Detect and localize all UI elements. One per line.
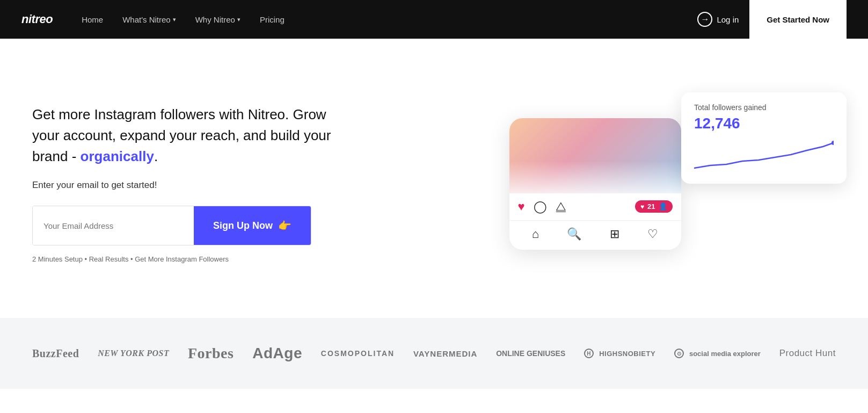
brand-highsnobiety: H HIGHSNOBIETY xyxy=(584,349,655,358)
brand-vaynermedia: VAYNERMEDIA xyxy=(413,349,477,358)
chevron-down-icon: ▾ xyxy=(173,16,176,23)
followers-card: Total followers gained 12,746 xyxy=(681,92,847,184)
nav-pricing[interactable]: Pricing xyxy=(252,11,292,28)
followers-chart xyxy=(694,139,834,171)
like-badge: ♥ 21 👤 xyxy=(635,200,673,213)
signup-button[interactable]: Sign Up Now 👉 xyxy=(194,206,311,245)
brand-social-media-explorer: ⊙ social media explorer xyxy=(674,349,761,358)
heart-icon[interactable]: ♥ xyxy=(518,200,525,214)
brand-buzzfeed: BuzzFeed xyxy=(32,347,79,360)
email-input[interactable] xyxy=(33,206,194,245)
login-icon: → xyxy=(697,12,712,27)
heart-nav-icon[interactable]: ♡ xyxy=(647,227,658,241)
phone-actions: ♥ ◯ ⧋ ♥ 21 👤 xyxy=(509,193,681,220)
nav-home[interactable]: Home xyxy=(74,11,111,28)
highsnobiety-icon: H xyxy=(584,349,594,358)
email-form: Sign Up Now 👉 xyxy=(32,206,311,245)
nav-actions: → Log in Get Started Now xyxy=(697,0,847,39)
search-icon[interactable]: 🔍 xyxy=(567,227,581,241)
add-icon[interactable]: ⊞ xyxy=(610,227,619,241)
get-started-button[interactable]: Get Started Now xyxy=(749,0,847,39)
phone-nav: ⌂ 🔍 ⊞ ♡ xyxy=(509,220,681,250)
home-icon[interactable]: ⌂ xyxy=(532,227,539,241)
heart-small-icon: ♥ xyxy=(640,203,644,211)
share-icon[interactable]: ⧋ xyxy=(556,200,566,214)
brands-section: BuzzFeed NEW YORK POST Forbes AdAge COSM… xyxy=(0,318,868,389)
image-overlay xyxy=(509,161,681,193)
hero-right: ♥ ◯ ⧋ ♥ 21 👤 ⌂ 🔍 ⊞ ♡ Total followers gai… xyxy=(354,76,836,291)
brand-cosmopolitan: COSMOPOLITAN xyxy=(321,349,395,358)
nav-why-nitreo[interactable]: Why Nitreo ▾ xyxy=(188,11,248,28)
hero-section: Get more Instagram followers with Nitreo… xyxy=(0,39,868,318)
hero-left: Get more Instagram followers with Nitreo… xyxy=(32,104,354,263)
followers-label: Total followers gained xyxy=(694,103,834,112)
brand-online-geniuses: ONLINE GENIUSES xyxy=(496,349,565,358)
hero-subline: Enter your email to get started! xyxy=(32,180,354,191)
phone-image xyxy=(509,118,681,193)
login-button[interactable]: → Log in xyxy=(697,12,739,27)
hand-icon: 👉 xyxy=(278,219,291,232)
hero-headline: Get more Instagram followers with Nitreo… xyxy=(32,104,354,167)
brand-adage: AdAge xyxy=(252,345,302,362)
nav-links: Home What's Nitreo ▾ Why Nitreo ▾ Pricin… xyxy=(74,11,697,28)
phone-mockup: ♥ ◯ ⧋ ♥ 21 👤 ⌂ 🔍 ⊞ ♡ xyxy=(509,118,681,250)
nav-whats-nitreo[interactable]: What's Nitreo ▾ xyxy=(115,11,184,28)
brand-product-hunt: Product Hunt xyxy=(779,348,836,359)
logo[interactable]: nitreo xyxy=(21,12,53,26)
brand-nypost: NEW YORK POST xyxy=(98,349,169,358)
comment-icon[interactable]: ◯ xyxy=(534,200,547,214)
hero-meta: 2 Minutes Setup • Real Results • Get Mor… xyxy=(32,255,354,263)
brand-forbes: Forbes xyxy=(188,345,234,362)
followers-count: 12,746 xyxy=(694,115,834,132)
add-person-icon: 👤 xyxy=(659,202,667,211)
navbar: nitreo Home What's Nitreo ▾ Why Nitreo ▾… xyxy=(0,0,868,39)
social-explorer-icon: ⊙ xyxy=(674,349,684,358)
svg-point-0 xyxy=(831,141,834,145)
chevron-down-icon: ▾ xyxy=(237,16,240,23)
